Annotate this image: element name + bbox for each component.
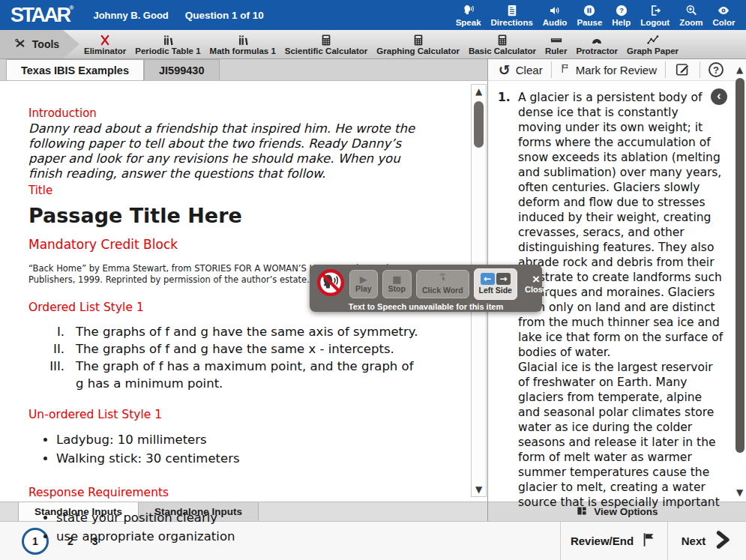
flag-icon (560, 62, 571, 77)
ruler-icon (547, 34, 565, 46)
intro-heading: Introduction (28, 106, 429, 121)
tool-basic-calculator[interactable]: Basic Calculator (464, 30, 541, 58)
calculator-icon (493, 34, 511, 46)
tab-strip: Texas IBIS Examples JI599430 ↺ Clear Mar… (0, 59, 746, 81)
chevron-left-icon: ‹ (717, 89, 721, 103)
calculator-icon (409, 34, 427, 46)
user-name: Johnny B. Good (93, 10, 168, 21)
edit-note-icon (674, 61, 691, 79)
tool-protractor[interactable]: Protractor (571, 30, 622, 58)
staar-test-window: STAAR® Johnny B. Good Question 1 of 10 S… (0, 0, 746, 560)
close-icon: × (532, 274, 540, 285)
clear-button[interactable]: ↺ Clear (499, 63, 543, 77)
main-content: Introduction Danny read about a friendsh… (0, 81, 746, 502)
tool-scientific-calculator[interactable]: Scientific Calculator (280, 30, 373, 58)
pause-button[interactable]: Pause (572, 4, 607, 27)
registered-mark: ® (70, 4, 74, 11)
stop-icon: ■ (392, 274, 401, 284)
logout-button[interactable]: Logout (636, 4, 675, 27)
divider (665, 61, 666, 78)
requirements-heading: Response Requirements (28, 486, 429, 499)
tools-tab[interactable]: Tools (0, 30, 79, 58)
logout-icon (647, 4, 664, 17)
arrow-left-icon[interactable]: ← (481, 273, 495, 285)
tool-math-formulas[interactable]: Math formulas 1 (205, 30, 280, 58)
tools-icon (13, 37, 28, 52)
tool-graphing-calculator[interactable]: Graphing Calculator (372, 30, 464, 58)
question-scrollbar[interactable]: ▲ ▼ (734, 63, 745, 499)
scroll-down-icon[interactable]: ▼ (475, 483, 482, 496)
scrollbar-thumb[interactable] (736, 78, 745, 453)
mark-for-review-button[interactable]: Mark for Review (560, 62, 657, 77)
chevron-right-icon (713, 530, 733, 552)
speech-unavailable-icon (316, 268, 345, 300)
help-icon: ? (613, 4, 630, 17)
question-paragraph: A glacier is a persistent body of dense … (518, 90, 724, 360)
intro-text: Danny read about a friendship that inspi… (28, 121, 429, 181)
left-side-toggle[interactable]: ← → Left Side (474, 268, 517, 300)
tool-ruler[interactable]: Ruler (541, 30, 571, 58)
arrow-right-icon[interactable]: → (496, 273, 511, 285)
directions-icon (504, 4, 520, 17)
pause-icon (581, 4, 598, 17)
item-help-button[interactable]: ? (709, 62, 724, 77)
tool-graph-paper[interactable]: Graph Paper (622, 30, 683, 58)
play-icon: ▶ (360, 274, 367, 284)
list-item: Walking stick: 30 centimeters (43, 449, 429, 468)
help-button[interactable]: ? Help (607, 4, 636, 27)
ordered-list: I. The graphs of f and g have the same a… (28, 323, 429, 392)
list-item: use appropriate organization (43, 527, 429, 546)
requirements-list: state your position clearly use appropri… (28, 508, 429, 546)
question-paragraph: Glacial ice is the largest reservoir of … (518, 360, 724, 510)
scroll-up-icon[interactable]: ▲ (475, 85, 482, 98)
tts-close-button[interactable]: × Close (525, 274, 547, 294)
tools-toolbar: Tools Eliminator Periodic Table 1 Math f… (0, 30, 746, 59)
list-item: Ladybug: 10 millimeters (43, 430, 429, 449)
protractor-icon (588, 34, 606, 46)
svg-text:?: ? (619, 6, 624, 14)
zoom-icon (683, 4, 700, 17)
question-mark-icon: ? (713, 64, 719, 76)
directions-button[interactable]: Directions (486, 4, 538, 27)
list-item: I. The graphs of f and g have the same a… (28, 323, 429, 340)
title-heading: Title (28, 183, 429, 198)
credit-heading: Mandatory Credit Block (28, 237, 429, 252)
question-text: A glacier is a persistent body of dense … (518, 90, 724, 510)
speak-button[interactable]: Speak (451, 4, 486, 27)
divider (551, 61, 552, 78)
top-header: STAAR® Johnny B. Good Question 1 of 10 S… (0, 0, 746, 30)
passage-tab-ji599430[interactable]: JI599430 (144, 59, 219, 80)
flag-icon (641, 532, 658, 550)
eliminator-x-icon (96, 34, 114, 46)
undo-icon: ↺ (499, 63, 511, 77)
tool-periodic-table[interactable]: Periodic Table 1 (130, 30, 205, 58)
zoom-button[interactable]: Zoom (675, 4, 708, 27)
play-button[interactable]: ▶ Play (349, 270, 378, 298)
graph-paper-icon (644, 34, 662, 46)
audio-icon (547, 4, 563, 17)
speak-icon (460, 4, 477, 17)
click-word-button[interactable]: Click Word (416, 270, 469, 298)
scroll-up-icon[interactable]: ▲ (736, 63, 743, 76)
collapse-panel-button[interactable]: ‹ (711, 88, 727, 105)
passage-tab-texas-ibis-examples[interactable]: Texas IBIS Examples (6, 59, 144, 80)
unordered-list: Ladybug: 10 millimeters Walking stick: 3… (28, 430, 429, 468)
review-end-button[interactable]: Review/End (561, 522, 667, 560)
color-button[interactable]: Color (708, 4, 740, 27)
tool-eliminator[interactable]: Eliminator (79, 30, 130, 58)
audio-button[interactable]: Audio (538, 4, 572, 27)
tts-status-message: Text to Speech unavailable for this item (316, 302, 535, 311)
list-item: state your position clearly (43, 508, 429, 527)
color-eye-icon (715, 4, 732, 17)
next-button[interactable]: Next (668, 522, 746, 560)
scroll-down-icon[interactable]: ▼ (736, 486, 743, 499)
unordered-list-heading: Un-ordered List Style 1 (28, 408, 429, 421)
divider (700, 61, 700, 78)
side-arrows: ← → (481, 273, 511, 285)
tts-button-row: ▶ Play ■ Stop Click Word ← → Left Side (316, 268, 535, 300)
stop-button[interactable]: ■ Stop (382, 270, 412, 298)
scrollbar-thumb[interactable] (474, 101, 484, 148)
reference-sheet-icon (234, 34, 252, 46)
notes-button[interactable] (674, 61, 691, 79)
question-toolbar: ↺ Clear Mark for Review ? (487, 59, 746, 81)
